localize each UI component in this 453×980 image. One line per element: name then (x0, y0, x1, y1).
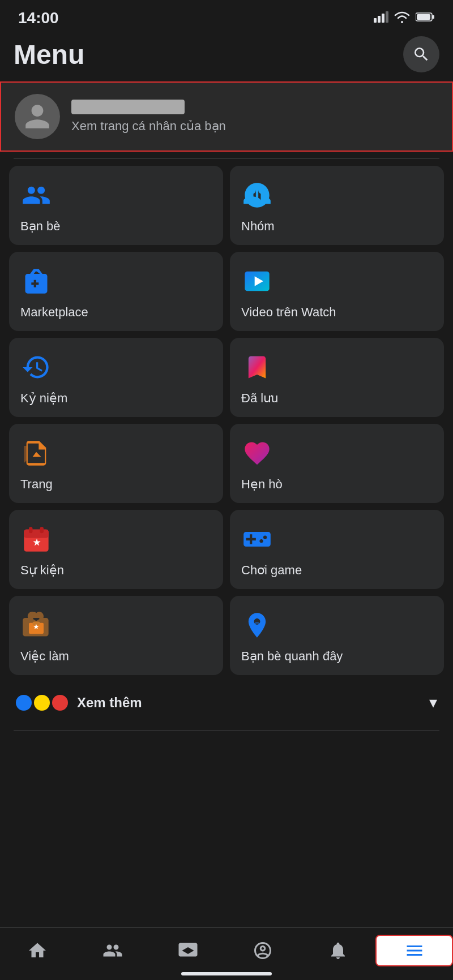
menu-item-label-pages: Trang (20, 477, 53, 492)
menu-item-label-groups: Nhóm (241, 219, 275, 234)
jobs-icon: ★ (20, 609, 52, 641)
profile-card[interactable]: Xem trang cá nhân của bạn (0, 81, 453, 152)
menu-icon (404, 940, 425, 961)
partial-section (0, 723, 453, 757)
menu-item-jobs[interactable]: ★ Việc làm (9, 596, 223, 675)
menu-item-memories[interactable]: Kỷ niệm (9, 338, 223, 417)
menu-item-friends[interactable]: Bạn bè (9, 166, 223, 245)
menu-grid: Bạn bè Nhóm Marketplace (0, 159, 453, 682)
status-icons (374, 11, 435, 25)
memories-icon (20, 351, 52, 383)
battery-icon (416, 12, 435, 24)
menu-item-label-saved: Đã lưu (241, 391, 278, 406)
status-time: 14:00 (18, 9, 59, 27)
gaming-icon (241, 523, 273, 555)
svg-rect-2 (382, 14, 384, 23)
svg-rect-10 (24, 530, 48, 538)
watch-icon (241, 265, 273, 297)
see-more-left: Xem thêm (16, 695, 142, 711)
menu-item-marketplace[interactable]: Marketplace (9, 252, 223, 331)
menu-item-label-friends: Bạn bè (20, 219, 61, 234)
dating-icon (241, 437, 273, 469)
dot-blue-icon (16, 695, 32, 711)
menu-item-dating[interactable]: Hẹn hò (230, 424, 444, 503)
nav-item-friends[interactable] (75, 936, 151, 965)
profile-subtitle: Xem trang cá nhân của bạn (71, 119, 226, 134)
menu-item-gaming[interactable]: Chơi game (230, 510, 444, 589)
bell-icon (328, 940, 348, 961)
svg-rect-3 (386, 11, 388, 23)
events-icon: ★ (20, 523, 52, 555)
groups-nav-icon (253, 940, 273, 961)
nav-item-notifications[interactable] (301, 936, 376, 965)
nearby-icon (241, 609, 273, 641)
svg-rect-0 (374, 18, 377, 23)
nav-item-menu[interactable] (375, 935, 453, 966)
marketplace-icon (20, 265, 52, 297)
svg-rect-1 (378, 16, 381, 23)
home-indicator (181, 972, 272, 975)
menu-item-watch[interactable]: Video trên Watch (230, 252, 444, 331)
saved-icon (241, 351, 273, 383)
svg-rect-6 (417, 14, 430, 20)
nav-item-groups[interactable] (225, 936, 301, 965)
search-icon (412, 45, 430, 63)
menu-item-groups[interactable]: Nhóm (230, 166, 444, 245)
profile-info: Xem trang cá nhân của bạn (71, 100, 226, 134)
groups-icon (241, 179, 273, 211)
menu-item-nearby[interactable]: Bạn bè quanh đây (230, 596, 444, 675)
header: Menu (0, 32, 453, 81)
page-title: Menu (14, 39, 84, 70)
menu-item-label-jobs: Việc làm (20, 649, 69, 664)
see-more-icons (16, 695, 68, 711)
svg-text:★: ★ (33, 622, 40, 631)
menu-item-label-memories: Kỷ niệm (20, 391, 67, 406)
svg-rect-5 (432, 15, 434, 19)
svg-text:★: ★ (33, 538, 41, 547)
see-more-row[interactable]: Xem thêm ▾ (0, 682, 453, 723)
nav-item-watch[interactable] (150, 936, 225, 965)
menu-item-label-events: Sự kiện (20, 563, 64, 578)
menu-item-label-dating: Hẹn hò (241, 477, 283, 492)
see-more-label: Xem thêm (77, 695, 142, 711)
wifi-icon (394, 11, 410, 25)
search-button[interactable] (403, 36, 439, 72)
menu-item-label-watch: Video trên Watch (241, 305, 336, 320)
menu-item-label-nearby: Bạn bè quanh đây (241, 649, 343, 664)
nav-item-home[interactable] (0, 936, 75, 965)
svg-rect-12 (40, 527, 44, 533)
svg-rect-11 (29, 527, 33, 533)
chevron-down-icon: ▾ (429, 693, 437, 712)
friends-icon (20, 179, 52, 211)
status-bar: 14:00 (0, 0, 453, 32)
profile-name (71, 100, 185, 114)
dot-yellow-icon (34, 695, 50, 711)
pages-icon (20, 437, 52, 469)
menu-item-saved[interactable]: Đã lưu (230, 338, 444, 417)
menu-item-label-gaming: Chơi game (241, 563, 302, 578)
friends-nav-icon (102, 940, 123, 961)
dot-red-icon (52, 695, 68, 711)
menu-item-label-marketplace: Marketplace (20, 305, 88, 320)
menu-item-pages[interactable]: Trang (9, 424, 223, 503)
signal-icon (374, 11, 388, 25)
home-icon (27, 940, 48, 961)
avatar (15, 94, 60, 139)
watch-nav-icon (178, 940, 198, 961)
menu-item-events[interactable]: ★ Sự kiện (9, 510, 223, 589)
